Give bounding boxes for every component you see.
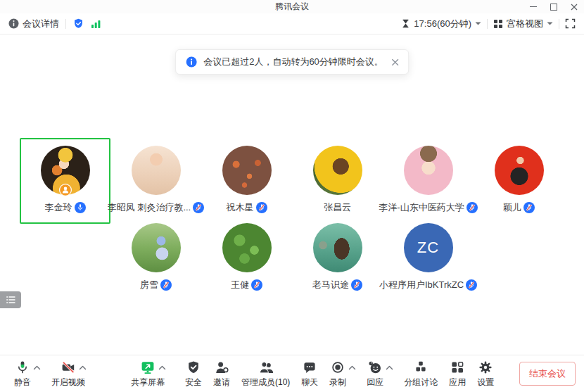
security-status-button[interactable] — [72, 18, 84, 30]
toolbar-item-label: 安全 — [185, 377, 202, 388]
fullscreen-button[interactable] — [565, 18, 576, 29]
meeting-top-bar: 会议详情 17:56(60分钟) 宫格视图 — [0, 13, 584, 34]
chat-bubble-icon — [302, 360, 317, 375]
toolbar-item-microphone[interactable]: 静音 — [8, 355, 46, 388]
toolbar-item-label: 设置 — [477, 377, 494, 388]
avatar-initials: ZC — [417, 239, 439, 257]
chevron-up-icon[interactable] — [79, 365, 87, 370]
toolbar-item-label: 开启视频 — [51, 377, 85, 388]
toolbar-item-invite-person[interactable]: 邀请 — [208, 355, 236, 388]
toolbar-item-label: 管理成员(10) — [241, 377, 290, 388]
end-meeting-button[interactable]: 结束会议 — [519, 362, 576, 386]
participant-tile[interactable]: 房雪 — [110, 215, 201, 301]
toolbar-item-shield-check[interactable]: 安全 — [179, 355, 208, 388]
participant-tile[interactable]: 张昌云 — [292, 138, 383, 224]
participant-tile[interactable]: 老马识途 — [292, 215, 383, 301]
notification-close-button[interactable] — [391, 58, 399, 66]
apps-grid-icon — [450, 360, 465, 375]
toolbar-item-label: 共享屏幕 — [131, 377, 165, 388]
participant-name: 老马识途 — [312, 279, 349, 291]
notification-banner: 会议已超过2人，自动转为60分钟限时会议。 — [175, 49, 409, 75]
mic-status-icon — [75, 202, 86, 213]
hourglass-icon — [401, 19, 410, 28]
record-icon — [330, 360, 345, 375]
participant-tile[interactable]: 李昭凤 刺灸治疗教... — [110, 138, 201, 224]
shield-check-icon — [186, 360, 201, 375]
participant-name: 李金玲 — [45, 201, 72, 214]
host-badge-icon — [59, 184, 72, 196]
minimize-button[interactable] — [529, 3, 538, 11]
toolbar-item-record[interactable]: 录制 — [324, 355, 361, 388]
participant-name: 房雪 — [140, 279, 158, 291]
participant-name: 李洋-山东中医药大学 — [379, 201, 464, 214]
microphone-icon — [15, 360, 30, 375]
chevron-down-icon — [547, 22, 553, 25]
bottom-toolbar: 静音 开启视频 共享屏幕 安全 邀请 — [0, 355, 584, 392]
maximize-button[interactable] — [550, 3, 558, 11]
member-list-handle[interactable] — [0, 291, 21, 308]
list-icon — [6, 295, 16, 305]
mic-status-icon — [351, 279, 362, 291]
participant-name: 祝木星 — [227, 201, 254, 214]
close-button[interactable] — [570, 3, 578, 11]
avatar — [313, 146, 362, 195]
members-icon — [258, 360, 274, 375]
avatar: ZC — [404, 223, 453, 272]
participant-name: 小程序用户IbKTrkZC — [379, 279, 464, 291]
layout-view-label: 宫格视图 — [507, 18, 543, 30]
avatar — [132, 223, 181, 272]
meeting-timer-dropdown[interactable]: 17:56(60分钟) — [401, 18, 481, 30]
participant-tile[interactable]: 颖儿 — [474, 138, 564, 224]
participant-tile[interactable]: ZC 小程序用户IbKTrkZC — [383, 215, 474, 301]
camera-off-icon — [61, 360, 76, 375]
toolbar-item-label: 回应 — [367, 377, 383, 388]
toolbar-item-chat-bubble[interactable]: 聊天 — [296, 355, 324, 388]
chevron-up-icon[interactable] — [348, 365, 356, 370]
participant-tile[interactable]: 李金玲 — [20, 138, 110, 224]
window-title: 腾讯会议 — [275, 1, 309, 13]
toolbar-item-label: 聊天 — [301, 377, 318, 388]
avatar — [313, 223, 362, 272]
toolbar-item-camera-off[interactable]: 开启视频 — [46, 355, 100, 388]
chevron-down-icon — [475, 22, 481, 25]
invite-person-icon — [214, 360, 229, 375]
meeting-details-button[interactable]: 会议详情 — [8, 18, 59, 30]
toolbar-item-settings-gear[interactable]: 设置 — [471, 355, 500, 388]
participant-name: 王健 — [231, 279, 249, 291]
avatar — [404, 146, 453, 195]
chevron-up-icon[interactable] — [33, 365, 41, 370]
meeting-timer: 17:56(60分钟) — [414, 18, 471, 30]
toolbar-item-apps-grid[interactable]: 应用 — [443, 355, 471, 388]
toolbar-item-share-screen[interactable]: 共享屏幕 — [125, 355, 179, 388]
breakout-rooms-icon — [413, 360, 429, 375]
avatar — [222, 146, 272, 195]
mic-status-icon — [523, 202, 535, 213]
notification-text: 会议已超过2人，自动转为60分钟限时会议。 — [203, 56, 383, 68]
minimize-icon — [530, 6, 537, 8]
mic-status-icon — [466, 279, 477, 291]
toolbar-item-reaction-smiley[interactable]: 回应 — [361, 355, 398, 388]
chevron-up-icon[interactable] — [158, 365, 166, 370]
participant-tile[interactable]: 祝木星 — [201, 138, 292, 224]
layout-view-dropdown[interactable]: 宫格视图 — [493, 18, 553, 30]
participant-tile[interactable]: 王健 — [201, 215, 292, 301]
info-icon — [186, 56, 197, 68]
meeting-details-label: 会议详情 — [23, 18, 59, 30]
participant-tile[interactable]: 李洋-山东中医药大学 — [383, 138, 474, 224]
toolbar-item-breakout-rooms[interactable]: 分组讨论 — [398, 355, 443, 388]
avatar — [495, 146, 544, 195]
mic-status-icon — [160, 279, 172, 291]
divider — [487, 19, 488, 29]
divider — [65, 19, 66, 29]
close-icon — [571, 4, 578, 11]
mic-status-icon — [251, 279, 262, 291]
participant-row: 房雪 王健 — [0, 215, 584, 301]
toolbar-item-label: 静音 — [14, 377, 31, 388]
chevron-up-icon[interactable] — [386, 365, 393, 370]
title-bar: 腾讯会议 — [0, 0, 584, 13]
share-screen-icon — [140, 360, 155, 375]
participant-name: 颖儿 — [503, 201, 521, 214]
participant-name: 张昌云 — [324, 201, 351, 214]
toolbar-item-members[interactable]: 管理成员(10) — [236, 355, 296, 388]
toolbar-items: 静音 开启视频 共享屏幕 安全 邀请 — [0, 355, 584, 392]
